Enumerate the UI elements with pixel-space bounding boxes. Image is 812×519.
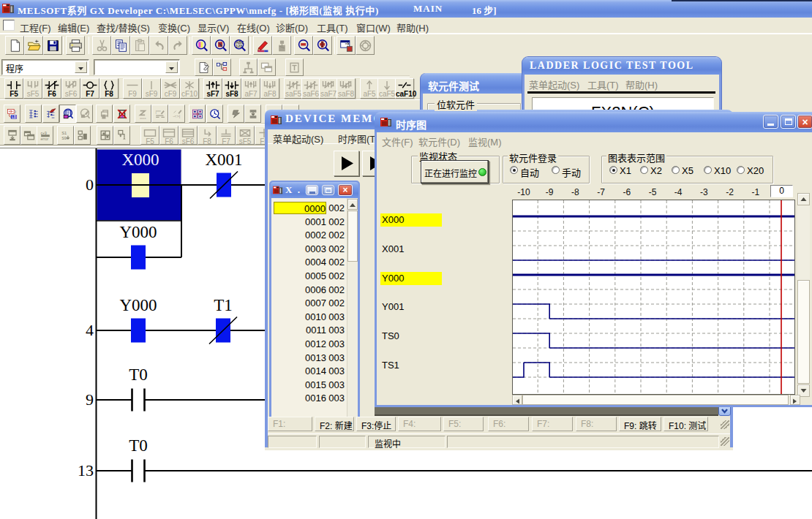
device-list-row[interactable]: 0014003 <box>271 365 347 378</box>
device-value: 002 <box>301 284 345 296</box>
device-list-row[interactable]: 0003002 <box>271 243 347 256</box>
device-value: 003 <box>301 324 345 336</box>
device-value: 002 <box>301 202 345 214</box>
resize-grip <box>721 420 729 429</box>
range-label-X20: X20 <box>747 165 764 176</box>
tick-label: -6 <box>623 187 631 197</box>
x-window-maximize-button[interactable] <box>322 185 334 195</box>
menu-帮助[interactable]: 帮助(H) <box>625 77 658 91</box>
device-label: T0 <box>129 436 148 455</box>
status-monitoring: 监视中 <box>368 436 446 448</box>
x-window-titlebar[interactable]: X . . × <box>271 182 358 198</box>
contact-gap <box>132 389 144 412</box>
signal-label-TS1[interactable]: TS1 <box>380 359 424 372</box>
tick-label: -10 <box>517 187 530 197</box>
fkey-F6[interactable]: F6: <box>488 417 529 431</box>
menu-菜单起动[interactable]: 菜单起动(S) <box>273 132 323 145</box>
fkey-F10测试[interactable]: F10: 测试 <box>663 417 708 431</box>
device-value: 002 <box>301 256 345 268</box>
fkey-F7[interactable]: F7: <box>532 417 573 431</box>
device-list-scrollbar[interactable] <box>347 198 358 417</box>
x-window-minimize-button[interactable] <box>306 185 318 195</box>
bit-device-group-label: 位软元件 <box>435 97 477 111</box>
range-label-X2: X2 <box>650 165 662 176</box>
signal-label-X001[interactable]: X001 <box>380 243 424 256</box>
signal-label-TS0[interactable]: TS0 <box>380 330 424 343</box>
tick-label: -3 <box>700 187 708 197</box>
device-list-row[interactable]: 0005002 <box>271 270 347 283</box>
rung-number: 13 <box>78 461 94 480</box>
device-list-row[interactable]: 0001002 <box>271 216 347 229</box>
device-list[interactable]: 0000002000100200020020003002000400200050… <box>271 198 347 417</box>
device-list-row[interactable]: 0010003 <box>271 311 347 324</box>
device-x-child-window[interactable]: X . . × 00000020001002000200200030020004… <box>269 181 360 417</box>
fkey-F3停止[interactable]: F3:停止 <box>356 417 396 431</box>
fkey-F2新建[interactable]: F2: 新建 <box>315 417 354 431</box>
minimize-button[interactable] <box>763 115 778 129</box>
maximize-button[interactable] <box>781 115 796 129</box>
signal-label-X000[interactable]: X000 <box>380 213 442 227</box>
menu-监视[interactable]: 监视(M) <box>468 135 502 148</box>
run-button[interactable] <box>334 151 359 176</box>
scroll-up-button[interactable] <box>797 193 810 205</box>
radio-dot <box>513 169 516 172</box>
device-list-row[interactable]: 0016003 <box>271 392 347 405</box>
fkey-F4[interactable]: F4: <box>398 417 441 431</box>
status-cell <box>319 436 366 448</box>
range-radio-X2[interactable] <box>640 166 648 174</box>
device-list-row[interactable]: 0004002 <box>271 256 347 269</box>
device-list-row[interactable]: 0012003 <box>271 338 347 351</box>
device-list-row[interactable]: 0015003 <box>271 379 347 392</box>
timing-chart-window[interactable]: 时序图 × 文件(F)软元件(D)监视(M) 监视状态 正在进行监控 软元件登录… <box>375 112 812 407</box>
fkey-F1[interactable]: F1: <box>268 417 312 431</box>
contact-symbol-no-on[interactable] <box>131 246 146 270</box>
device-value: 002 <box>301 297 345 309</box>
device-list-row[interactable]: 0000002 <box>271 202 347 215</box>
close-button[interactable]: × <box>797 115 812 129</box>
waveform-TS0 <box>513 333 794 348</box>
status-bar: 监视中 <box>268 433 730 449</box>
radio-dot <box>612 169 615 172</box>
range-radio-X5[interactable] <box>672 166 680 174</box>
chart-range-label: 图表表示范围 <box>606 151 666 164</box>
tick-label: -1 <box>751 187 759 197</box>
contact-symbol-no-on[interactable] <box>131 319 146 343</box>
x-window-close-button[interactable]: × <box>338 184 353 196</box>
tick-label: -5 <box>649 187 657 197</box>
fkey-F5[interactable]: F5: <box>443 417 484 431</box>
rung-number: 4 <box>86 321 94 339</box>
chart-vertical-scrollbar[interactable] <box>797 193 810 397</box>
scrollbar-thumb[interactable] <box>522 395 789 405</box>
range-radio-X10[interactable] <box>704 166 712 174</box>
scroll-right-button[interactable] <box>790 395 800 405</box>
device-value: 003 <box>301 311 345 323</box>
signal-label-Y000[interactable]: Y000 <box>380 272 442 285</box>
range-radio-X1[interactable] <box>609 166 617 174</box>
device-list-row[interactable]: 0007002 <box>271 297 347 310</box>
register-radio-手动[interactable] <box>552 166 560 174</box>
menu-时序图[interactable]: 时序图(T) <box>338 132 379 145</box>
menu-工具[interactable]: 工具(T) <box>587 77 619 91</box>
function-key-bar: F1:F2: 新建F3:停止F4:F5:F6:F7:F8:F9: 跳转F10: … <box>268 417 730 433</box>
device-label: Y000 <box>119 223 157 241</box>
waveform-TS1 <box>513 363 794 377</box>
range-radio-X20[interactable] <box>737 166 745 174</box>
scroll-up-button[interactable] <box>347 199 358 210</box>
chart-horizontal-scrollbar[interactable] <box>512 395 800 405</box>
waveform-Y001 <box>513 304 794 319</box>
ladder-test-tool-titlebar[interactable]: LADDER LOGIC TEST TOOL <box>522 57 721 75</box>
device-list-row[interactable]: 0011003 <box>271 324 347 337</box>
device-test-title: 软元件测试 <box>428 78 479 93</box>
device-list-row[interactable]: 0013003 <box>271 352 347 365</box>
device-list-row[interactable]: 0006002 <box>271 284 347 297</box>
signal-label-Y001[interactable]: Y001 <box>380 300 424 314</box>
fkey-F9跳转[interactable]: F9: 跳转 <box>619 417 661 431</box>
scroll-left-button[interactable] <box>512 395 522 405</box>
register-radio-自动[interactable] <box>510 166 518 174</box>
scrollbar-thumb[interactable] <box>347 211 358 262</box>
scrollbar-thumb[interactable] <box>797 280 810 384</box>
device-value: 002 <box>301 270 345 282</box>
fkey-F8[interactable]: F8: <box>576 417 617 431</box>
device-list-row[interactable]: 0002002 <box>271 229 347 242</box>
menu-菜单起动[interactable]: 菜单起动(S) <box>529 77 579 91</box>
